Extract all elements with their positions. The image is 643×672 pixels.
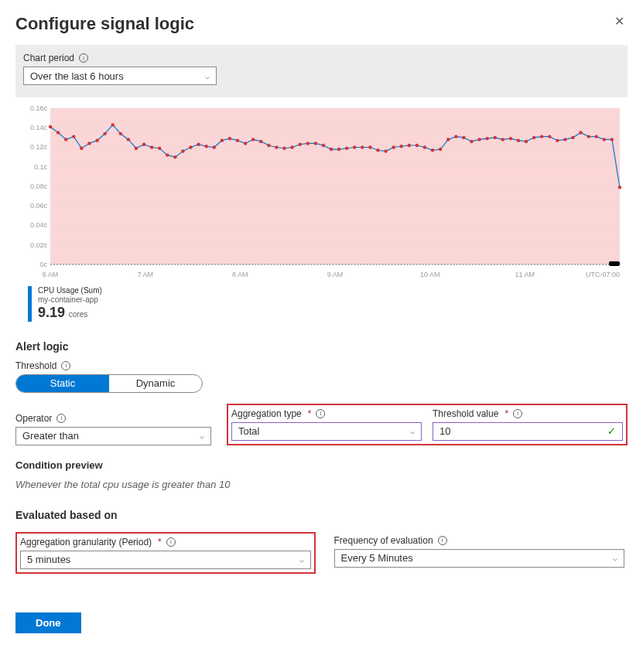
- info-icon[interactable]: i: [56, 414, 66, 423]
- svg-point-53: [251, 138, 255, 141]
- aggregation-type-label: Aggregation type: [231, 408, 302, 419]
- page-title: Configure signal logic: [15, 14, 194, 34]
- done-button[interactable]: Done: [15, 612, 81, 633]
- svg-point-33: [95, 138, 98, 142]
- svg-point-57: [282, 147, 286, 150]
- svg-point-28: [56, 131, 60, 134]
- chart-legend: CPU Usage (Sum) my-container-app 9.19 co…: [28, 286, 628, 322]
- info-icon[interactable]: i: [79, 53, 88, 63]
- chevron-down-icon: ⌵: [299, 555, 304, 564]
- svg-point-37: [127, 138, 130, 141]
- svg-point-31: [80, 147, 83, 150]
- threshold-dynamic-button[interactable]: Dynamic: [109, 375, 202, 392]
- svg-point-39: [142, 143, 145, 146]
- svg-point-59: [298, 143, 301, 146]
- svg-point-99: [611, 138, 614, 141]
- frequency-value: Every 5 Minutes: [341, 552, 413, 564]
- close-icon[interactable]: ✕: [611, 14, 628, 29]
- svg-point-38: [135, 147, 138, 150]
- svg-text:0.14c: 0.14c: [30, 124, 48, 131]
- svg-point-66: [353, 145, 356, 148]
- granularity-select[interactable]: 5 minutes ⌵: [20, 551, 311, 569]
- svg-text:0.06c: 0.06c: [30, 202, 48, 210]
- svg-point-90: [540, 135, 543, 138]
- svg-point-76: [431, 148, 434, 152]
- svg-point-77: [439, 148, 442, 151]
- svg-text:0.16c: 0.16c: [30, 105, 48, 112]
- svg-point-98: [603, 138, 606, 141]
- highlight-granularity: Aggregation granularity (Period)* i 5 mi…: [15, 532, 316, 574]
- svg-text:10 AM: 10 AM: [420, 271, 440, 278]
- svg-point-62: [322, 144, 325, 147]
- legend-summary-value: 9.19: [38, 305, 65, 320]
- svg-point-92: [556, 138, 559, 142]
- svg-point-43: [173, 155, 176, 159]
- threshold-value-input[interactable]: 10 ✓: [433, 422, 623, 441]
- info-icon[interactable]: i: [166, 537, 176, 547]
- metric-chart: 0c0.02c0.04c0.06c0.08c0.1c0.12c0.14c0.16…: [15, 105, 628, 322]
- svg-point-48: [213, 145, 216, 148]
- operator-label: Operator: [15, 413, 52, 424]
- threshold-toggle[interactable]: Static Dynamic: [15, 374, 203, 393]
- svg-point-84: [493, 136, 496, 139]
- svg-point-54: [259, 140, 262, 143]
- threshold-label: Threshold: [15, 360, 56, 371]
- svg-point-87: [517, 138, 520, 142]
- granularity-value: 5 minutes: [27, 554, 70, 565]
- chart-period-label: Chart period: [23, 53, 74, 63]
- svg-point-47: [204, 145, 207, 148]
- condition-preview-text: Whenever the total cpu usage is greater …: [15, 479, 628, 490]
- chart-period-select[interactable]: Over the last 6 hours ⌵: [23, 67, 217, 85]
- svg-point-78: [446, 138, 450, 141]
- info-icon[interactable]: i: [316, 409, 325, 418]
- svg-point-40: [150, 145, 153, 148]
- svg-point-72: [400, 145, 403, 148]
- operator-select[interactable]: Greater than ⌵: [15, 427, 211, 445]
- svg-text:0c: 0c: [40, 261, 48, 268]
- svg-point-46: [197, 143, 200, 146]
- highlight-aggregation-threshold: Aggregation type* i Total ⌵ Threshold va…: [227, 404, 628, 445]
- svg-point-35: [111, 123, 115, 126]
- svg-point-95: [579, 131, 582, 134]
- chevron-down-icon: ⌵: [205, 72, 210, 80]
- svg-point-58: [290, 145, 293, 148]
- svg-point-85: [501, 138, 504, 141]
- aggregation-type-select[interactable]: Total ⌵: [231, 422, 422, 441]
- granularity-label: Aggregation granularity (Period): [20, 537, 152, 547]
- svg-point-83: [485, 137, 488, 140]
- svg-point-42: [166, 153, 169, 156]
- info-icon[interactable]: i: [438, 536, 447, 545]
- threshold-value-text: 10: [439, 425, 450, 437]
- svg-point-41: [158, 147, 161, 150]
- chevron-down-icon: ⌵: [613, 554, 617, 562]
- svg-text:UTC-07:00: UTC-07:00: [586, 271, 620, 278]
- svg-point-50: [228, 137, 231, 140]
- svg-point-44: [181, 149, 184, 152]
- svg-point-34: [103, 132, 106, 135]
- svg-point-96: [587, 135, 590, 138]
- svg-text:0.04c: 0.04c: [30, 222, 48, 230]
- threshold-value-label: Threshold value: [433, 408, 498, 419]
- svg-point-51: [236, 138, 239, 142]
- frequency-select[interactable]: Every 5 Minutes ⌵: [334, 549, 625, 568]
- legend-resource: my-container-app: [38, 295, 102, 305]
- svg-point-74: [416, 144, 419, 147]
- svg-text:0.1c: 0.1c: [34, 163, 48, 171]
- chevron-down-icon: ⌵: [200, 432, 204, 440]
- threshold-static-button[interactable]: Static: [16, 375, 109, 392]
- svg-point-63: [330, 148, 333, 151]
- frequency-label: Frequency of evaluation: [334, 535, 433, 546]
- svg-point-91: [548, 135, 551, 138]
- svg-point-29: [64, 138, 67, 141]
- check-icon: ✓: [607, 425, 616, 437]
- svg-text:9 AM: 9 AM: [327, 271, 344, 278]
- evaluation-heading: Evaluated based on: [15, 509, 628, 521]
- svg-text:0.08c: 0.08c: [30, 182, 48, 190]
- svg-point-65: [345, 147, 348, 150]
- info-icon[interactable]: i: [513, 409, 522, 418]
- svg-point-45: [189, 145, 192, 148]
- svg-point-55: [267, 144, 270, 147]
- info-icon[interactable]: i: [61, 361, 70, 370]
- svg-point-52: [244, 142, 247, 145]
- svg-point-61: [314, 142, 317, 145]
